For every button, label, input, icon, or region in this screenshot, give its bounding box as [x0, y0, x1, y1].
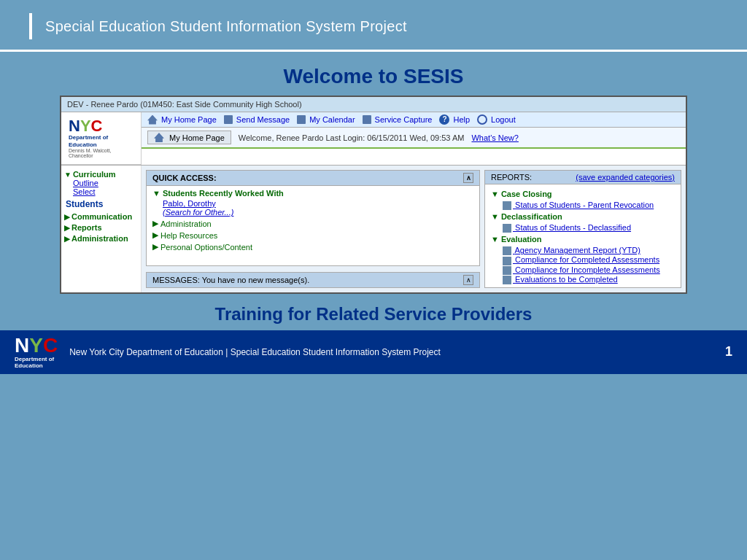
nyc-n: N	[69, 117, 80, 135]
reports-case-closing: ▼ Case Closing	[491, 190, 675, 198]
top-header: Special Education Student Information Sy…	[0, 0, 747, 52]
messages-header: MESSAGES: You have no new message(s). ∧	[147, 273, 479, 287]
help-icon: ?	[439, 114, 449, 125]
nav-calendar-link[interactable]: My Calendar	[297, 115, 355, 124]
reports-evaluations-link[interactable]: Evaluations to be Completed	[503, 275, 675, 284]
welcome-section: Welcome to SESIS	[0, 52, 747, 96]
nav-logout-link[interactable]: Logout	[477, 114, 516, 125]
reports-declassification: ▼ Declassification	[491, 212, 675, 221]
service-capture-icon	[363, 115, 371, 124]
footer-nyc-c: C	[43, 334, 58, 357]
footer-nyc-y: Y	[29, 334, 43, 357]
reports-save-link[interactable]: (save expanded categories)	[576, 173, 675, 182]
personal-expand-arrow: ▶	[152, 242, 158, 252]
quick-access-collapse-btn[interactable]: ∧	[463, 173, 473, 183]
reports-content: ▼ Case Closing Status of Students - Pare…	[485, 184, 681, 287]
qa-help-resources[interactable]: ▶ Help Resources	[152, 230, 473, 240]
sidebar-reports[interactable]: ▶ Reports	[64, 223, 138, 232]
footer-nyc-logo: NYC Department of Education	[15, 335, 58, 369]
logout-icon	[477, 114, 487, 125]
footer-dept-line1: Department of	[15, 356, 58, 362]
nav-send-message-link[interactable]: Send Message	[224, 115, 290, 124]
help-expand-arrow: ▶	[152, 230, 158, 240]
nyc-logo: NYC Department of Education Dennis M. Wa…	[66, 115, 136, 161]
sidebar-students-link[interactable]: Students	[66, 199, 138, 209]
sesis-main-content: QUICK ACCESS: ∧ ▼ Students Recently Work…	[142, 166, 686, 292]
home-page-button[interactable]: My Home Page	[147, 131, 231, 144]
nav-home-link[interactable]: My Home Page	[147, 115, 217, 125]
left-nav-sidebar: ▼ Curriculum Outline Select Students ▶ C…	[61, 166, 142, 292]
report-icon-2	[503, 224, 511, 233]
qa-search-link[interactable]: (Search for Other...)	[163, 208, 473, 217]
reports-compliance-completed-link[interactable]: Compliance for Completed Assessments	[503, 255, 675, 265]
sesis-logo-area: NYC Department of Education Dennis M. Wa…	[61, 112, 142, 165]
nyc-y: Y	[80, 117, 91, 135]
sesis-breadcrumb-bar: My Home Page Welcome, Renee Pardo Last L…	[142, 128, 686, 149]
breadcrumb-home-icon	[154, 133, 164, 142]
footer-page-number: 1	[725, 344, 732, 359]
curriculum-arrow: ▼	[64, 171, 71, 179]
sesis-screenshot: DEV - Renee Pardo (01M450: East Side Com…	[60, 96, 687, 294]
sidebar-curriculum[interactable]: ▼ Curriculum	[64, 170, 138, 179]
nyc-dept-line2: Education	[69, 141, 97, 149]
nav-help-link[interactable]: ? Help	[439, 114, 470, 125]
sidebar-outline-link[interactable]: Outline	[73, 179, 138, 187]
reports-label: REPORTS:	[491, 173, 532, 182]
nav-service-capture-link[interactable]: Service Capture	[363, 115, 433, 124]
qa-personal-options[interactable]: ▶ Personal Options/Content	[152, 242, 473, 252]
footer-bar: NYC Department of Education New York Cit…	[0, 330, 747, 374]
quick-access-label: QUICK ACCESS:	[152, 174, 217, 182]
message-icon	[224, 115, 233, 124]
nyc-c: C	[91, 117, 103, 135]
report-icon-6	[503, 276, 511, 284]
welcome-message: Welcome, Renee Pardo Last Login: 06/15/2…	[239, 133, 465, 142]
administration-expand-arrow: ▶	[152, 219, 158, 228]
reports-parent-revocation-link[interactable]: Status of Students - Parent Revocation	[503, 201, 675, 210]
quick-access-panel: QUICK ACCESS: ∧ ▼ Students Recently Work…	[146, 170, 480, 266]
sidebar-administration[interactable]: ▶ Administration	[64, 234, 138, 243]
sidebar-communication[interactable]: ▶ Communication	[64, 212, 138, 221]
sesis-body: ▼ Curriculum Outline Select Students ▶ C…	[61, 166, 686, 292]
sidebar-select-link[interactable]: Select	[73, 187, 138, 196]
report-icon-5	[503, 266, 511, 275]
reports-evaluation: ▼ Evaluation	[491, 235, 675, 244]
report-icon-4	[503, 257, 511, 265]
qa-administration[interactable]: ▶ Administration	[152, 219, 473, 228]
reports-panel: REPORTS: (save expanded categories) ▼ Ca…	[484, 170, 681, 288]
reports-compliance-incomplete-link[interactable]: Compliance for Incomplete Assessments	[503, 265, 675, 275]
quick-access-content: ▼ Students Recently Worked With Pablo, D…	[147, 186, 479, 265]
administration-arrow: ▶	[64, 235, 70, 243]
reports-arrow: ▶	[64, 224, 70, 232]
nyc-dept-line1: Department of	[69, 134, 108, 141]
report-icon-1	[503, 201, 511, 210]
header-title: Special Education Student Information Sy…	[45, 18, 407, 35]
reports-declassified-link[interactable]: Status of Students - Declassified	[503, 223, 675, 233]
reports-header: REPORTS: (save expanded categories)	[485, 171, 681, 184]
welcome-title: Welcome to SESIS	[0, 65, 747, 88]
sesis-top-bar-text: DEV - Renee Pardo (01M450: East Side Com…	[67, 100, 302, 109]
nyc-chancellor: Dennis M. Walcott, Chancellor	[69, 148, 133, 158]
sesis-nav-bar: My Home Page Send Message My Calendar Se…	[142, 112, 686, 128]
header-border	[29, 13, 32, 39]
footer-nyc-n: N	[15, 334, 29, 357]
qa-students-section: ▼ Students Recently Worked With	[152, 189, 473, 198]
whats-new-link[interactable]: What's New?	[471, 133, 518, 142]
quick-access-header: QUICK ACCESS: ∧	[147, 171, 479, 186]
qa-student-link[interactable]: Pablo, Dorothy	[163, 199, 473, 208]
reports-agency-link[interactable]: Agency Management Report (YTD)	[503, 246, 675, 255]
report-icon-3	[503, 246, 511, 255]
training-section: Training for Related Service Providers	[0, 297, 747, 330]
communication-arrow: ▶	[64, 213, 70, 221]
footer-text: New York City Department of Education | …	[69, 347, 713, 357]
calendar-icon	[297, 115, 306, 124]
footer-dept-line2: Education	[15, 362, 58, 369]
messages-panel: MESSAGES: You have no new message(s). ∧	[146, 272, 480, 288]
training-title: Training for Related Service Providers	[0, 304, 747, 324]
messages-collapse-btn[interactable]: ∧	[463, 275, 473, 285]
messages-text: MESSAGES: You have no new message(s).	[152, 276, 309, 284]
sesis-top-bar: DEV - Renee Pardo (01M450: East Side Com…	[61, 97, 686, 112]
home-icon	[147, 115, 158, 125]
